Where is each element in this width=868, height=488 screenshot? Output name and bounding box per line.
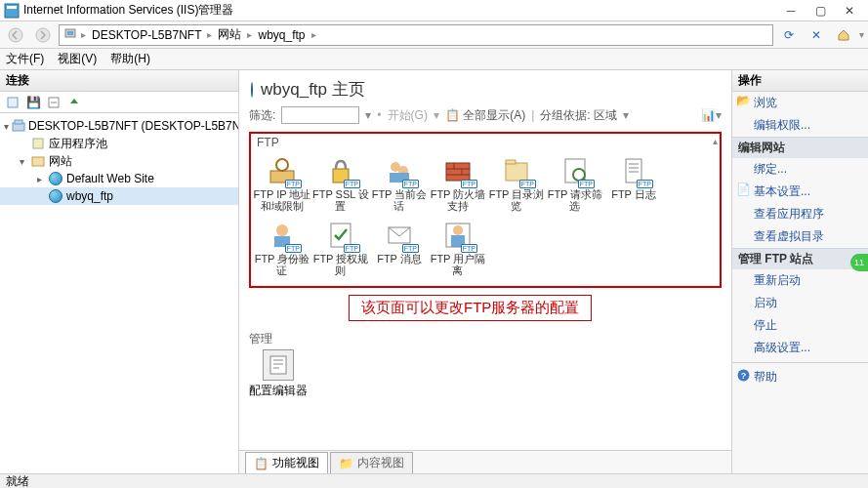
ftp-authentication[interactable]: FTPFTP 身份验 证 (253, 218, 311, 282)
svg-rect-25 (506, 160, 516, 164)
window-title: Internet Information Services (IIS)管理器 (23, 2, 776, 19)
settings-icon: 📄 (736, 183, 750, 196)
groupby-label[interactable]: 分组依据: 区域 (540, 107, 617, 124)
svg-text:?: ? (740, 371, 746, 381)
management-group: 管理 配置编辑器 (249, 331, 722, 399)
connections-tree: ▾DESKTOP-L5B7NFT (DESKTOP-L5B7NFT\11266)… (0, 113, 238, 473)
ftp-firewall[interactable]: FTPFTP 防火墙 支持 (429, 153, 487, 218)
config-editor[interactable]: 配置编辑器 (249, 349, 308, 399)
ftp-authorization[interactable]: FTPFTP 授权规 则 (311, 218, 370, 282)
connections-header: 连接 (0, 70, 238, 92)
menu-bar: 文件(F) 视图(V) 帮助(H) (0, 49, 868, 70)
chevron-right-icon: ▸ (207, 29, 212, 40)
action-edit-permissions[interactable]: 编辑权限... (732, 114, 868, 137)
window-controls: ─ ▢ ✕ (776, 1, 864, 20)
ftp-directory-browsing[interactable]: FTPFTP 目录浏 览 (487, 153, 546, 218)
svg-rect-24 (506, 163, 527, 181)
view-dropdown-icon[interactable]: 📊▾ (701, 108, 722, 122)
crumb-site[interactable]: wbyq_ftp (256, 28, 307, 42)
app-icon (4, 3, 20, 19)
close-button[interactable]: ✕ (835, 1, 864, 20)
server-icon (63, 26, 77, 43)
filter-dropdown-icon[interactable]: ▾ (365, 106, 371, 124)
connections-panel: 连接 💾 ▾DESKTOP-L5B7NFT (DESKTOP-L5B7NFT\1… (0, 70, 239, 473)
connections-title: 连接 (6, 72, 29, 89)
status-bar: 就绪 (0, 473, 868, 488)
svg-point-33 (276, 224, 288, 236)
tree-default-site[interactable]: ▸Default Web Site (0, 170, 238, 187)
notification-badge[interactable]: 11 (850, 254, 868, 271)
main-area: 连接 💾 ▾DESKTOP-L5B7NFT (DESKTOP-L5B7NFT\1… (0, 70, 868, 473)
section-edit-site: 编辑网站 (732, 137, 868, 158)
crumb-host[interactable]: DESKTOP-L5B7NFT (90, 28, 203, 42)
action-advanced[interactable]: 高级设置... (732, 337, 868, 359)
back-button[interactable] (4, 24, 27, 46)
ftp-group-title: FTP (251, 134, 720, 149)
view-tabs: 📋 功能视图 📁 内容视图 (239, 450, 731, 473)
chevron-right-icon: ▸ (81, 29, 86, 40)
ftp-messages[interactable]: FTPFTP 消息 (370, 218, 429, 282)
connections-toolbar: 💾 (0, 92, 238, 113)
site-icon (251, 83, 253, 97)
tree-sites[interactable]: ▾网站 (0, 152, 238, 170)
svg-point-2 (9, 28, 22, 42)
stop-button[interactable]: ✕ (805, 24, 828, 46)
tab-content[interactable]: 📁 内容视图 (330, 452, 413, 473)
menu-help[interactable]: 帮助(H) (110, 51, 150, 67)
crumb-sites[interactable]: 网站 (216, 26, 243, 43)
menu-file[interactable]: 文件(F) (6, 51, 44, 67)
section-manage-ftp: 管理 FTP 站点ⓘ (732, 248, 868, 269)
ftp-ip-restrictions[interactable]: FTPFTP IP 地址 和域限制 (253, 153, 311, 218)
ftp-icons: FTPFTP IP 地址 和域限制 FTPFTP SSL 设 置 FTPFTP … (251, 149, 720, 286)
title-bar: Internet Information Services (IIS)管理器 ─… (0, 0, 868, 21)
folder-icon: 📂 (736, 94, 750, 107)
ftp-logging[interactable]: FTPFTP 日志 (604, 153, 663, 218)
svg-rect-10 (15, 120, 22, 124)
refresh-button[interactable]: ⟳ (777, 24, 801, 46)
action-browse[interactable]: 📂浏览 (732, 92, 868, 114)
filter-input[interactable] (281, 106, 359, 124)
svg-point-37 (453, 225, 463, 235)
action-help[interactable]: ?帮助 (732, 366, 868, 388)
tab-features[interactable]: 📋 功能视图 (245, 452, 328, 473)
save-button[interactable]: 💾 (24, 95, 42, 110)
page-header: wbyq_ftp 主页 (239, 70, 731, 104)
ftp-request-filtering[interactable]: FTPFTP 请求筛 选 (546, 153, 604, 218)
action-view-apps[interactable]: 查看应用程序 (732, 203, 868, 225)
breadcrumb[interactable]: ▸ DESKTOP-L5B7NFT ▸ 网站 ▸ wbyq_ftp ▸ (59, 24, 773, 46)
action-restart[interactable]: 重新启动 (732, 269, 868, 292)
action-basic-settings[interactable]: 📄基本设置... (732, 181, 868, 203)
ftp-user-isolation[interactable]: FTPFTP 用户隔 离 (429, 218, 487, 282)
forward-button[interactable] (31, 24, 55, 46)
filter-label: 筛选: (249, 107, 275, 124)
collapse-group-icon[interactable]: ▴ (713, 136, 718, 146)
help-icon: ? (736, 368, 750, 382)
svg-point-14 (276, 159, 288, 171)
minimize-button[interactable]: ─ (776, 1, 806, 20)
svg-rect-11 (33, 139, 43, 148)
menu-view[interactable]: 视图(V) (58, 51, 97, 67)
up-button[interactable] (65, 95, 83, 110)
action-start[interactable]: 启动 (732, 292, 868, 314)
chevron-right-icon: ▸ (311, 29, 316, 40)
tree-wbyq-ftp[interactable]: wbyq_ftp (0, 187, 238, 205)
page-title: wbyq_ftp 主页 (261, 78, 365, 101)
svg-rect-5 (67, 31, 73, 35)
action-view-vdir[interactable]: 查看虚拟目录 (732, 225, 868, 248)
svg-rect-12 (32, 157, 44, 166)
actions-panel: 操作 📂浏览 编辑权限... 编辑网站 绑定... 📄基本设置... 查看应用程… (731, 70, 868, 473)
collapse-button[interactable] (45, 95, 62, 110)
action-binding[interactable]: 绑定... (732, 158, 868, 181)
action-stop[interactable]: 停止 (732, 314, 868, 337)
tree-root[interactable]: ▾DESKTOP-L5B7NFT (DESKTOP-L5B7NFT\11266) (0, 117, 238, 135)
maximize-button[interactable]: ▢ (806, 1, 835, 20)
home-button[interactable] (832, 24, 855, 46)
ftp-sessions[interactable]: FTPFTP 当前会 话 (370, 153, 429, 218)
actions-title: 操作 (732, 70, 868, 92)
tree-apppools[interactable]: 应用程序池 (0, 135, 238, 152)
connect-button[interactable] (4, 95, 21, 110)
start-button[interactable]: 开始(G) (388, 107, 428, 124)
showall-button[interactable]: 📋 全部显示(A) (445, 107, 525, 124)
navigation-bar: ▸ DESKTOP-L5B7NFT ▸ 网站 ▸ wbyq_ftp ▸ ⟳ ✕ … (0, 21, 868, 49)
ftp-ssl-settings[interactable]: FTPFTP SSL 设 置 (311, 153, 370, 218)
